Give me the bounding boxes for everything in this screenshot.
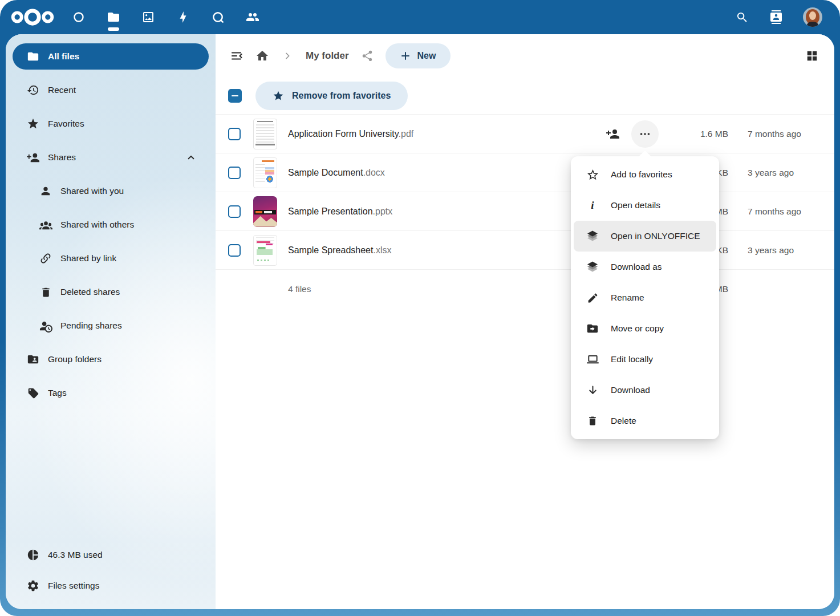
- contacts-book-icon[interactable]: [769, 10, 784, 25]
- topbar-right: [735, 7, 822, 27]
- file-actions-menu: Add to favorites i Open details Open in …: [571, 156, 719, 439]
- file-row[interactable]: Sample Presentation.pptx MB 7 months ago: [216, 192, 834, 230]
- sidebar-item-label: Shared by link: [60, 253, 116, 264]
- sidebar-item-label: Shares: [48, 152, 76, 163]
- file-thumbnail: [253, 235, 277, 266]
- menu-item-label: Download as: [611, 262, 662, 272]
- sidebar-item-shares[interactable]: Shares: [13, 144, 209, 171]
- shared-icon[interactable]: [603, 124, 623, 144]
- app-content: All files Recent Favorites Shares Shared…: [6, 34, 834, 609]
- talk-icon[interactable]: [211, 10, 225, 24]
- row-checkbox[interactable]: [228, 205, 241, 218]
- file-name[interactable]: Sample Presentation.pptx: [288, 206, 392, 217]
- top-bar: [0, 0, 840, 34]
- nextcloud-logo-icon[interactable]: [10, 7, 55, 27]
- row-actions-button[interactable]: [631, 120, 659, 148]
- chevron-up-icon[interactable]: [186, 152, 196, 163]
- star-icon: [26, 117, 40, 131]
- sidebar-item-all-files[interactable]: All files: [13, 43, 209, 70]
- share-folder-icon[interactable]: [360, 49, 374, 63]
- gear-icon: [26, 579, 40, 593]
- sidebar-item-shared-with-others[interactable]: Shared with others: [13, 212, 209, 238]
- person-icon: [39, 184, 52, 198]
- sidebar-footer: 46.3 MB used Files settings: [13, 542, 209, 603]
- file-modified: 3 years ago: [728, 245, 813, 256]
- info-icon: i: [586, 198, 599, 212]
- sidebar-item-shared-with-you[interactable]: Shared with you: [13, 178, 209, 204]
- tag-icon: [26, 386, 40, 400]
- folder-move-icon: [586, 322, 599, 335]
- file-row[interactable]: Sample Spreadsheet.xlsx KB 3 years ago: [216, 230, 834, 269]
- menu-item-download-as[interactable]: Download as: [571, 252, 719, 282]
- files-settings-button[interactable]: Files settings: [13, 573, 209, 599]
- row-checkbox[interactable]: [228, 244, 241, 257]
- avatar-body: [806, 22, 819, 27]
- file-name[interactable]: Sample Document.docx: [288, 168, 385, 178]
- file-row[interactable]: Application Form University.pdf 1.6 MB 7…: [216, 114, 834, 153]
- file-name[interactable]: Sample Spreadsheet.xlsx: [288, 245, 391, 256]
- row-checkbox[interactable]: [228, 167, 241, 179]
- sidebar-item-favorites[interactable]: Favorites: [13, 111, 209, 137]
- grid-view-icon[interactable]: [805, 48, 819, 63]
- menu-item-rename[interactable]: Rename: [571, 282, 719, 313]
- toggle-sidebar-icon[interactable]: [230, 49, 244, 63]
- photos-icon[interactable]: [141, 10, 155, 24]
- account-plus-icon: [26, 151, 40, 164]
- app-window: All files Recent Favorites Shares Shared…: [0, 0, 840, 616]
- menu-item-label: Download: [611, 385, 650, 395]
- download-arrow-icon: [586, 383, 599, 397]
- menu-item-edit-locally[interactable]: Edit locally: [571, 344, 719, 375]
- file-thumbnail: [253, 157, 277, 188]
- file-row[interactable]: Sample Document.docx KB 3 years ago: [216, 153, 834, 192]
- home-icon[interactable]: [255, 49, 269, 63]
- menu-item-label: Move or copy: [611, 323, 664, 334]
- menu-item-label: Delete: [611, 416, 636, 426]
- menu-item-add-to-favorites[interactable]: Add to favorites: [571, 159, 719, 190]
- dashboard-icon[interactable]: [72, 10, 86, 24]
- select-all-checkbox[interactable]: [228, 89, 242, 103]
- file-modified: 3 years ago: [728, 168, 813, 178]
- star-outline-icon: [586, 168, 599, 181]
- sidebar-item-tags[interactable]: Tags: [13, 380, 209, 406]
- menu-item-label: Edit locally: [611, 354, 653, 364]
- active-app-indicator: [108, 27, 119, 31]
- sidebar-item-shared-by-link[interactable]: Shared by link: [13, 245, 209, 271]
- menu-item-open-details[interactable]: i Open details: [571, 190, 719, 221]
- remove-from-favorites-button[interactable]: Remove from favorites: [255, 82, 408, 110]
- file-modified: 7 months ago: [728, 206, 813, 217]
- sidebar-item-label: All files: [48, 51, 79, 62]
- remove-from-favorites-label: Remove from favorites: [292, 91, 391, 101]
- breadcrumb-current-folder[interactable]: My folder: [306, 50, 349, 62]
- file-thumbnail: [253, 119, 277, 149]
- laptop-icon: [586, 352, 599, 366]
- group-icon: [39, 218, 52, 232]
- sidebar-item-label: Deleted shares: [60, 287, 120, 297]
- sidebar-item-label: Tags: [48, 388, 67, 398]
- star-icon: [273, 90, 284, 102]
- menu-item-delete[interactable]: Delete: [571, 406, 719, 436]
- avatar-face: [809, 11, 816, 20]
- menu-item-download[interactable]: Download: [571, 375, 719, 406]
- menu-item-move-or-copy[interactable]: Move or copy: [571, 313, 719, 344]
- folder-icon: [26, 50, 40, 63]
- activity-icon[interactable]: [176, 10, 190, 24]
- new-button[interactable]: New: [385, 43, 451, 68]
- sidebar-item-group-folders[interactable]: Group folders: [13, 346, 209, 372]
- files-settings-label: Files settings: [48, 581, 99, 591]
- sidebar-item-deleted-shares[interactable]: Deleted shares: [13, 279, 209, 305]
- download-as-layers-icon: [586, 260, 599, 274]
- menu-item-label: Open in ONLYOFFICE: [611, 231, 700, 241]
- contacts-icon[interactable]: [246, 10, 259, 24]
- menu-item-label: Rename: [611, 293, 644, 303]
- person-clock-icon: [39, 319, 52, 333]
- sidebar-item-label: Group folders: [48, 354, 102, 364]
- search-icon[interactable]: [735, 10, 749, 25]
- user-avatar[interactable]: [803, 7, 822, 27]
- slide-band: [254, 210, 276, 214]
- sidebar-item-recent[interactable]: Recent: [13, 77, 209, 103]
- files-icon[interactable]: [107, 10, 120, 24]
- menu-item-open-in-onlyoffice[interactable]: Open in ONLYOFFICE: [574, 221, 716, 252]
- file-name[interactable]: Application Form University.pdf: [288, 129, 413, 139]
- row-checkbox[interactable]: [228, 128, 241, 140]
- sidebar-item-pending-shares[interactable]: Pending shares: [13, 313, 209, 339]
